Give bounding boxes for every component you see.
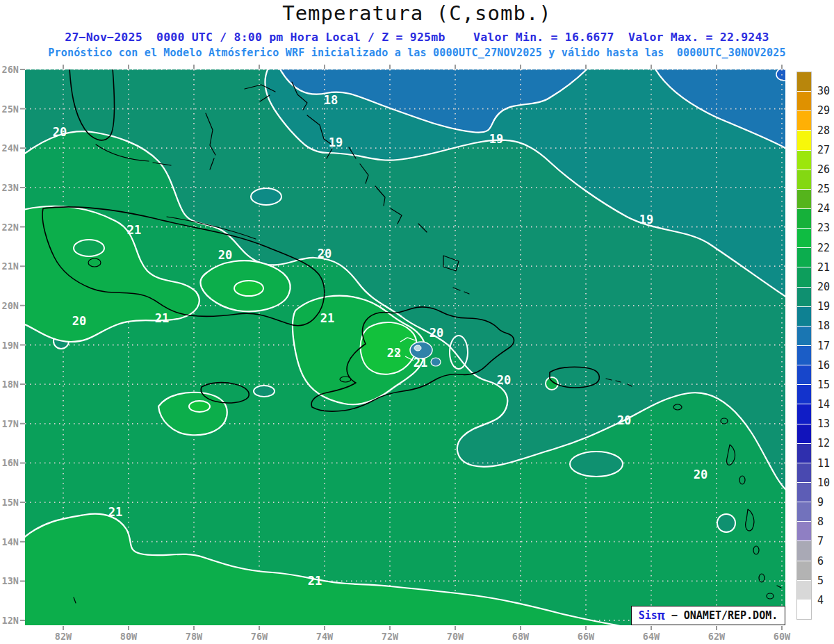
colorbar-cell: [797, 365, 811, 385]
colorbar-cell: [797, 346, 811, 365]
colorbar-label: 5: [817, 575, 824, 587]
credit-box: Sisπ − ONAMET/REP.DOM.: [631, 606, 785, 625]
colorbar-cell: [797, 561, 811, 581]
colorbar-label: 30: [817, 85, 830, 97]
colorbar-label: 10: [817, 477, 830, 489]
colorbar-cell: [797, 111, 811, 131]
lon-label: 82W: [55, 631, 72, 642]
colorbar: [796, 72, 812, 620]
colorbar-cell: [797, 581, 811, 600]
colorbar-label: 8: [817, 515, 824, 528]
warm-inner-oval: [74, 240, 104, 256]
colorbar-cell: [797, 600, 811, 619]
weather-map-page: Temperatura (C,somb.) 27−Nov−2025 0000 U…: [0, 0, 834, 644]
lat-axis: 26N 25N 24N 23N 22N 21N 20N 19N 18N 17N …: [2, 64, 19, 626]
lon-label: 66W: [578, 631, 595, 642]
colorbar-label: 7: [817, 535, 824, 547]
colorbar-label: 17: [817, 340, 830, 352]
colorbar-cell: [797, 327, 811, 346]
colorbar-cell: [797, 72, 811, 92]
temperature-contour-map: 20 18 19 19 19 21 20 20 20 21 21 20 22 2…: [0, 0, 834, 644]
colorbar-label: 15: [817, 379, 830, 391]
sispi-brand-label: Sis: [639, 609, 657, 622]
colorbar-cell: [797, 267, 811, 287]
colorbar-label: 22: [817, 242, 830, 254]
colorbar-cell: [797, 229, 811, 248]
lat-label: 13N: [2, 575, 19, 586]
contour-label: 20: [53, 125, 67, 139]
hot-south-jamaica-22: [189, 401, 210, 412]
lat-label: 15N: [2, 497, 19, 508]
lat-label: 14N: [2, 536, 19, 547]
mountain-cool-patch: [431, 358, 441, 366]
colorbar-cell: [797, 248, 811, 267]
contour-label: 21: [308, 574, 322, 588]
colorbar-cell: [797, 541, 811, 561]
contour-label: 22: [387, 346, 401, 360]
colorbar-cell: [797, 307, 811, 327]
contour-label: 19: [329, 135, 343, 149]
colorbar-label: 9: [817, 496, 824, 509]
lat-label: 21N: [2, 261, 19, 272]
lat-label: 17N: [2, 418, 19, 429]
colorbar-label: 28: [817, 124, 830, 137]
colorbar-cell: [797, 92, 811, 111]
contour-label: 21: [320, 311, 334, 325]
lat-label: 26N: [2, 64, 19, 75]
colorbar-cell: [797, 424, 811, 444]
colorbar-label: 4: [817, 594, 824, 606]
lon-label: 62W: [708, 631, 726, 642]
lat-label: 24N: [2, 142, 19, 154]
colorbar-label: 18: [817, 320, 830, 332]
colorbar-label: 20: [817, 281, 830, 293]
contour-label: 20: [318, 247, 332, 261]
colorbar-label: 24: [817, 202, 830, 215]
lat-label: 20N: [2, 300, 19, 311]
colorbar-cell: [797, 385, 811, 404]
contour-label: 20: [694, 468, 708, 481]
lat-label: 18N: [2, 379, 19, 390]
colorbar-cell: [797, 209, 811, 229]
contour-label: 21: [108, 505, 122, 519]
colorbar-cell: [797, 190, 811, 209]
colorbar-label: 12: [817, 437, 830, 449]
hot-east-cuba-22: [234, 281, 263, 296]
contour-label: 20: [497, 373, 511, 387]
contour-label: 18: [324, 93, 338, 107]
colorbar-labels: 3029282726252423222120191817161514131211…: [817, 0, 834, 644]
colorbar-cell: [797, 502, 811, 522]
colorbar-cell: [797, 483, 811, 502]
contour-label: 20: [617, 413, 631, 427]
colorbar-cell: [797, 404, 811, 424]
pocket-19-20: [570, 452, 623, 477]
lon-label: 70W: [447, 631, 464, 642]
colorbar-label: 14: [817, 398, 830, 411]
colorbar-cell: [797, 288, 811, 307]
lat-label: 19N: [2, 340, 19, 351]
lon-label: 72W: [382, 631, 399, 642]
contour-label: 20: [218, 248, 232, 262]
colorbar-label: 29: [817, 104, 830, 117]
colorbar-label: 16: [817, 359, 830, 372]
colorbar-cell: [797, 170, 811, 190]
pocket-19-20: [717, 514, 735, 532]
colorbar-label: 25: [817, 183, 830, 195]
colorbar-label: 27: [817, 144, 830, 156]
lat-label: 16N: [2, 457, 19, 468]
lat-label: 12N: [2, 615, 19, 626]
colorbar-label: 11: [817, 457, 830, 470]
lon-label: 78W: [186, 631, 203, 642]
contour-label: 20: [72, 314, 86, 328]
lon-axis: 82W 80W 78W 76W 74W 72W 70W 68W 66W 64W …: [55, 631, 791, 642]
pocket-19-20: [254, 386, 275, 397]
contour-label: 20: [430, 326, 443, 340]
colorbar-label: 26: [817, 163, 830, 176]
colorbar-cell: [797, 522, 811, 541]
colorbar-label: 19: [817, 300, 830, 313]
contour-label: 19: [639, 213, 653, 226]
lat-label: 22N: [2, 222, 19, 233]
onamet-label: − ONAMET/REP.DOM.: [665, 609, 778, 622]
colorbar-cell: [797, 463, 811, 483]
colorbar-cell: [797, 444, 811, 463]
colorbar-label: 6: [817, 555, 824, 568]
